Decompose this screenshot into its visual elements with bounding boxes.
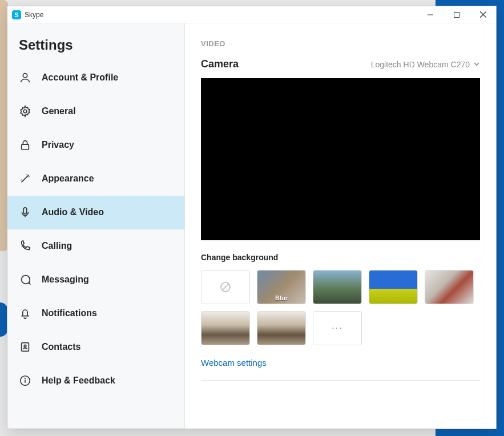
bg-option-blur[interactable]: Blur <box>257 270 306 304</box>
sidebar-item-privacy[interactable]: Privacy <box>7 128 184 162</box>
camera-label: Camera <box>201 58 239 70</box>
bg-option-more[interactable]: ··· <box>313 311 362 345</box>
sidebar-item-label: Calling <box>42 241 72 251</box>
skype-logo-icon: S <box>12 10 21 19</box>
app-name: Skype <box>25 11 43 19</box>
camera-selected-value: Logitech HD Webcam C270 <box>371 60 470 69</box>
phone-icon <box>19 240 31 252</box>
sidebar-item-appearance[interactable]: Appearance <box>7 162 184 196</box>
chevron-down-icon <box>473 60 480 69</box>
maximize-button[interactable] <box>443 6 470 23</box>
body-area: Settings Account & Profile General Priva… <box>7 23 496 429</box>
sidebar-item-label: Messaging <box>42 274 89 285</box>
camera-preview <box>201 78 480 240</box>
contacts-icon <box>19 341 31 353</box>
sidebar-item-label: Privacy <box>42 140 74 150</box>
svg-point-4 <box>23 74 27 78</box>
sidebar-item-calling[interactable]: Calling <box>7 229 184 263</box>
blur-label: Blur <box>257 294 305 301</box>
sidebar-item-audio-video[interactable]: Audio & Video <box>7 196 184 229</box>
sidebar-item-label: Notifications <box>42 308 97 318</box>
svg-rect-1 <box>454 12 459 17</box>
gear-icon <box>19 105 31 118</box>
bg-option-field[interactable] <box>369 270 418 304</box>
info-icon <box>19 374 31 387</box>
more-icon: ··· <box>332 323 342 333</box>
sidebar-item-general[interactable]: General <box>7 95 184 128</box>
sidebar-item-help[interactable]: Help & Feedback <box>7 364 184 398</box>
bell-icon <box>19 307 31 320</box>
svg-point-12 <box>25 378 26 379</box>
settings-sidebar: Settings Account & Profile General Priva… <box>7 23 185 429</box>
sidebar-item-messaging[interactable]: Messaging <box>7 263 184 297</box>
camera-select-dropdown[interactable]: Logitech HD Webcam C270 <box>371 60 480 69</box>
bg-option-room1[interactable] <box>201 311 250 345</box>
sidebar-item-label: Help & Feedback <box>42 376 115 386</box>
sidebar-item-label: General <box>42 106 76 116</box>
mic-icon <box>19 206 31 219</box>
bg-option-office[interactable] <box>425 270 474 304</box>
camera-row: Camera Logitech HD Webcam C270 <box>201 58 480 70</box>
change-background-label: Change background <box>201 253 480 262</box>
svg-point-9 <box>24 345 26 347</box>
main-panel: VIDEO Camera Logitech HD Webcam C270 Cha… <box>185 23 496 429</box>
svg-line-14 <box>223 284 229 290</box>
sidebar-item-label: Appearance <box>42 173 94 184</box>
titlebar: S Skype <box>7 6 496 23</box>
svg-rect-7 <box>23 208 27 214</box>
settings-title: Settings <box>7 23 184 61</box>
background-options-grid: Blur ··· <box>201 270 480 345</box>
window-controls <box>417 6 496 23</box>
svg-point-5 <box>23 110 27 113</box>
close-button[interactable] <box>470 6 496 23</box>
wand-icon <box>19 172 31 185</box>
sidebar-item-contacts[interactable]: Contacts <box>7 330 184 364</box>
bg-option-room2[interactable] <box>257 311 306 345</box>
sidebar-item-notifications[interactable]: Notifications <box>7 297 184 330</box>
chat-icon <box>19 273 31 286</box>
settings-window: S Skype Settings Account & Profile <box>7 6 497 429</box>
user-icon <box>19 71 31 84</box>
section-divider <box>201 380 480 381</box>
lock-icon <box>19 139 31 151</box>
sidebar-item-label: Contacts <box>42 342 80 352</box>
none-icon <box>220 281 231 293</box>
bg-option-none[interactable] <box>201 270 250 304</box>
sidebar-item-label: Audio & Video <box>42 207 104 217</box>
webcam-settings-link[interactable]: Webcam settings <box>201 358 267 368</box>
bg-option-mountain[interactable] <box>313 270 362 304</box>
sidebar-item-label: Account & Profile <box>42 72 118 83</box>
minimize-button[interactable] <box>417 6 443 23</box>
svg-rect-6 <box>22 144 29 150</box>
sidebar-item-account[interactable]: Account & Profile <box>7 61 184 95</box>
video-section-heading: VIDEO <box>201 39 480 48</box>
